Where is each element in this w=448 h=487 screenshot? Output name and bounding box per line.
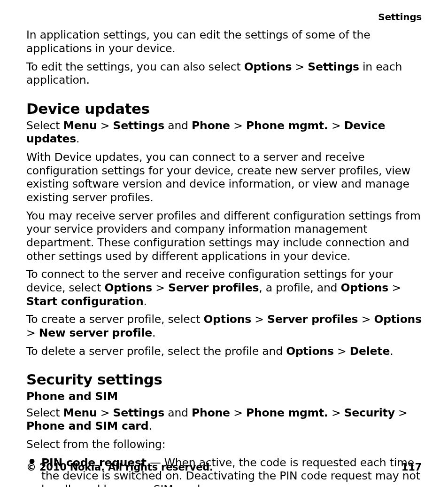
- intro-paragraph-1: In application settings, you can edit th…: [26, 28, 422, 55]
- subheading-phone-and-sim: Phone and SIM: [26, 390, 422, 403]
- bold-options: Options: [341, 281, 389, 294]
- text: and: [164, 406, 192, 419]
- separator: >: [230, 119, 246, 132]
- bold-delete: Delete: [350, 345, 390, 358]
- separator: >: [328, 119, 344, 132]
- heading-device-updates: Device updates: [26, 100, 422, 118]
- text: .: [152, 326, 155, 339]
- separator: >: [395, 406, 408, 419]
- device-updates-desc-1: With Device updates, you can connect to …: [26, 150, 422, 204]
- separator: >: [358, 313, 374, 326]
- bold-new-server-profile: New server profile: [39, 326, 152, 339]
- bold-phone-and-sim-card: Phone and SIM card: [26, 419, 148, 432]
- text: .: [390, 345, 393, 358]
- intro-paragraph-2: To edit the settings, you can also selec…: [26, 60, 422, 87]
- device-updates-desc-2: You may receive server profiles and diff…: [26, 209, 422, 263]
- separator: >: [292, 60, 308, 73]
- separator: >: [230, 406, 246, 419]
- separator: >: [26, 326, 39, 339]
- bold-settings: Settings: [113, 119, 164, 132]
- bold-start-configuration: Start configuration: [26, 295, 143, 308]
- bold-phone: Phone: [192, 119, 230, 132]
- bold-phone-mgmt: Phone mgmt.: [246, 119, 328, 132]
- security-select-from: Select from the following:: [26, 438, 422, 451]
- text: To delete a server profile, select the p…: [26, 345, 286, 358]
- device-updates-connect: To connect to the server and receive con…: [26, 267, 422, 308]
- copyright-text: © 2010 Nokia. All rights reserved.: [26, 462, 213, 473]
- text: .: [143, 295, 147, 308]
- text: Select: [26, 406, 63, 419]
- separator: >: [97, 406, 113, 419]
- bold-options: Options: [104, 281, 152, 294]
- separator: >: [251, 313, 267, 326]
- bold-options: Options: [286, 345, 334, 358]
- text: Select: [26, 119, 63, 132]
- device-updates-delete: To delete a server profile, select the p…: [26, 345, 422, 358]
- bold-options: Options: [244, 60, 292, 73]
- bold-server-profiles: Server profiles: [267, 313, 358, 326]
- separator: >: [97, 119, 113, 132]
- text: .: [148, 419, 152, 432]
- text: and: [164, 119, 192, 132]
- device-updates-create: To create a server profile, select Optio…: [26, 313, 422, 339]
- bold-server-profiles: Server profiles: [168, 281, 259, 294]
- text: , a profile, and: [259, 281, 340, 294]
- separator: >: [334, 345, 350, 358]
- separator: >: [388, 281, 401, 294]
- heading-security-settings: Security settings: [26, 371, 422, 389]
- running-header: Settings: [26, 11, 422, 23]
- security-path: Select Menu > Settings and Phone > Phone…: [26, 406, 422, 433]
- page-footer: © 2010 Nokia. All rights reserved. 117: [26, 462, 422, 474]
- bold-menu: Menu: [63, 119, 97, 132]
- separator: >: [152, 281, 168, 294]
- bold-options: Options: [203, 313, 251, 326]
- bold-settings: Settings: [113, 406, 164, 419]
- document-page: Settings In application settings, you ca…: [0, 0, 448, 487]
- text: To create a server profile, select: [26, 313, 203, 326]
- bold-settings: Settings: [308, 60, 359, 73]
- bold-menu: Menu: [63, 406, 97, 419]
- bold-options: Options: [374, 313, 422, 326]
- bold-security: Security: [344, 406, 395, 419]
- text: .: [76, 132, 79, 145]
- page-number: 117: [402, 462, 422, 474]
- separator: >: [328, 406, 344, 419]
- bold-phone: Phone: [192, 406, 230, 419]
- text: To edit the settings, you can also selec…: [26, 60, 244, 73]
- device-updates-path: Select Menu > Settings and Phone > Phone…: [26, 119, 422, 146]
- bold-phone-mgmt: Phone mgmt.: [246, 406, 328, 419]
